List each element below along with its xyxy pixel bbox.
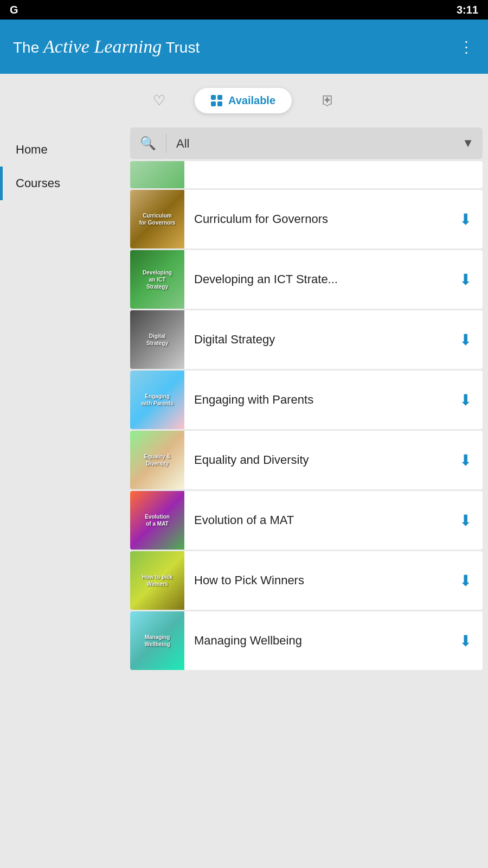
course-title: Digital Strategy <box>184 333 448 347</box>
download-button[interactable]: ⬇ <box>448 512 483 529</box>
verified-filter-button[interactable]: ⛨ <box>305 86 351 116</box>
course-thumb-image: Developing an ICT Strategy <box>130 250 184 309</box>
heart-icon: ♡ <box>153 92 165 109</box>
course-list-area: 🔍 All Featured Recent ▼ Curriculum for G… <box>130 127 488 868</box>
category-select[interactable]: All Featured Recent <box>166 127 453 159</box>
list-item[interactable]: Developing an ICT StrategyDeveloping an … <box>130 250 483 309</box>
course-title: Evolution of a MAT <box>184 513 448 527</box>
header-title: The Active Learning Trust <box>13 36 200 57</box>
course-thumb-image: How to pick Winners <box>130 551 184 610</box>
download-button[interactable]: ⬇ <box>448 632 483 650</box>
download-arrow-icon: ⬇ <box>459 572 472 589</box>
search-row: 🔍 All Featured Recent ▼ <box>130 127 483 159</box>
download-button[interactable]: ⬇ <box>448 391 483 409</box>
available-filter-grid-icon <box>211 95 223 107</box>
course-thumb-label: Developing an ICT Strategy <box>140 267 174 292</box>
search-icon: 🔍 <box>140 136 156 150</box>
course-title: Developing an ICT Strate... <box>184 272 448 286</box>
header-menu-button[interactable]: ⋮ <box>459 38 475 56</box>
course-thumbnail: Evolution of a MAT <box>130 491 184 550</box>
header-title-the: The <box>13 39 43 56</box>
download-button[interactable]: ⬇ <box>448 210 483 228</box>
course-thumb-image: Engaging with Parents <box>130 371 184 429</box>
app-header: The Active Learning Trust ⋮ <box>0 20 488 74</box>
available-filter-button[interactable]: Available <box>195 88 292 113</box>
sidebar-item-courses-label: Courses <box>16 176 60 190</box>
select-arrow-icon: ▼ <box>453 136 483 150</box>
download-button[interactable]: ⬇ <box>448 331 483 349</box>
course-list: Curriculum for GovernorsCurriculum for G… <box>130 190 483 670</box>
course-title: Equality and Diversity <box>184 453 448 467</box>
download-arrow-icon: ⬇ <box>459 392 472 409</box>
list-item[interactable]: Equality & DiversityEquality and Diversi… <box>130 431 483 489</box>
sidebar-item-courses[interactable]: Courses <box>0 167 130 200</box>
course-thumb-label: Managing Wellbeing <box>142 631 172 650</box>
course-thumb-image: Evolution of a MAT <box>130 491 184 550</box>
list-item[interactable] <box>130 161 483 188</box>
download-arrow-icon: ⬇ <box>459 633 472 649</box>
course-thumb-image: Digital Strategy <box>130 310 184 369</box>
download-arrow-icon: ⬇ <box>459 512 472 529</box>
status-bar: G 3:11 <box>0 0 488 20</box>
course-thumbnail: Developing an ICT Strategy <box>130 250 184 309</box>
status-bar-time: 3:11 <box>457 4 478 16</box>
list-item[interactable]: Managing WellbeingManaging Wellbeing⬇ <box>130 611 483 670</box>
course-title: Curriculum for Governors <box>184 212 448 226</box>
download-button[interactable]: ⬇ <box>448 271 483 289</box>
download-arrow-icon: ⬇ <box>459 452 472 469</box>
filter-bar: ♡ Available ⛨ <box>0 74 488 127</box>
course-thumb-image: Managing Wellbeing <box>130 611 184 670</box>
sidebar-item-home[interactable]: Home <box>0 133 130 167</box>
course-thumbnail: Engaging with Parents <box>130 371 184 429</box>
course-thumbnail: Curriculum for Governors <box>130 190 184 248</box>
course-thumb-label: Equality & Diversity <box>142 451 173 469</box>
sidebar: Home Courses <box>0 127 130 868</box>
course-thumbnail <box>130 161 184 188</box>
list-item[interactable]: Engaging with ParentsEngaging with Paren… <box>130 371 483 429</box>
available-filter-label: Available <box>228 94 275 107</box>
download-arrow-icon: ⬇ <box>459 211 472 228</box>
header-title-trust: Trust <box>162 39 200 56</box>
course-thumb-image <box>130 161 184 188</box>
list-item[interactable]: Evolution of a MATEvolution of a MAT⬇ <box>130 491 483 550</box>
favorites-filter-button[interactable]: ♡ <box>137 86 182 116</box>
check-badge-icon: ⛨ <box>321 92 335 109</box>
course-title: How to Pick Winners <box>184 573 448 588</box>
status-bar-app-icon: G <box>10 4 18 16</box>
course-title: Engaging with Parents <box>184 393 448 407</box>
download-button[interactable]: ⬇ <box>448 572 483 590</box>
list-item[interactable]: Curriculum for GovernorsCurriculum for G… <box>130 190 483 248</box>
course-thumbnail: Managing Wellbeing <box>130 611 184 670</box>
course-thumb-label: How to pick Winners <box>140 571 175 590</box>
sidebar-item-home-label: Home <box>16 143 48 156</box>
list-item[interactable]: Digital StrategyDigital Strategy⬇ <box>130 310 483 369</box>
course-thumb-label: Evolution of a MAT <box>143 511 172 529</box>
course-thumbnail: How to pick Winners <box>130 551 184 610</box>
header-title-script: Active Learning <box>43 36 162 56</box>
download-arrow-icon: ⬇ <box>459 331 472 348</box>
course-thumb-label: Digital Strategy <box>144 330 170 349</box>
course-thumb-image: Equality & Diversity <box>130 431 184 489</box>
main-content: Home Courses 🔍 All Featured Recent ▼ <box>0 127 488 868</box>
download-arrow-icon: ⬇ <box>459 271 472 288</box>
course-thumb-image: Curriculum for Governors <box>130 190 184 248</box>
search-button[interactable]: 🔍 <box>130 127 166 159</box>
download-button[interactable]: ⬇ <box>448 451 483 469</box>
course-thumb-label: Engaging with Parents <box>139 391 175 409</box>
course-thumbnail: Digital Strategy <box>130 310 184 369</box>
course-title: Managing Wellbeing <box>184 634 448 648</box>
course-thumb-label: Curriculum for Governors <box>137 210 178 228</box>
list-item[interactable]: How to pick WinnersHow to Pick Winners⬇ <box>130 551 483 610</box>
course-thumbnail: Equality & Diversity <box>130 431 184 489</box>
